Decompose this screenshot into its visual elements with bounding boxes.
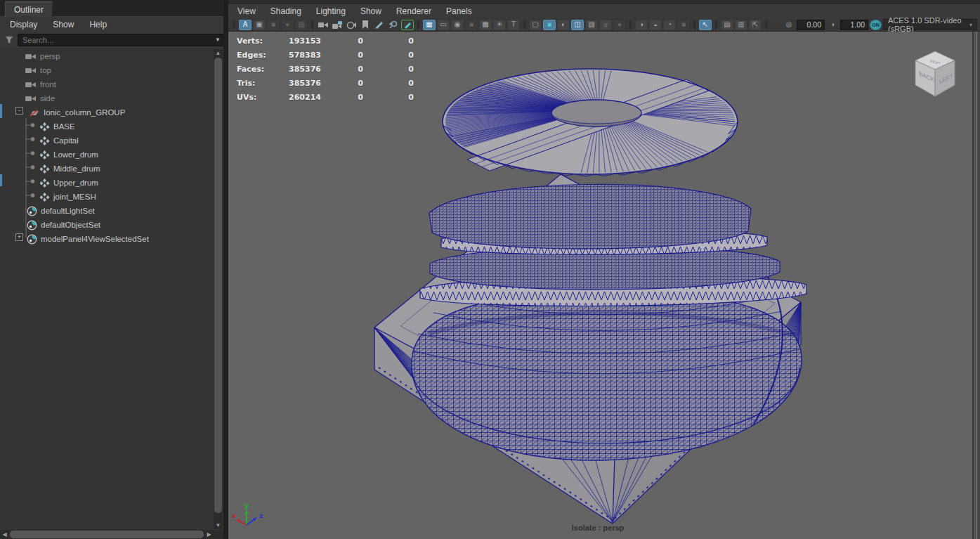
exposure-icon[interactable]: ◎: [783, 20, 795, 30]
tab-outliner[interactable]: Outliner: [5, 1, 53, 17]
expand-expander-icon[interactable]: +: [15, 233, 23, 241]
viewport-option-icon[interactable]: ●: [281, 20, 294, 30]
menu-panels[interactable]: Panels: [446, 6, 472, 16]
search-input[interactable]: [18, 34, 225, 46]
camera-attributes-icon[interactable]: [345, 20, 358, 30]
depth-of-field-icon[interactable]: ■: [677, 20, 690, 30]
wireframe-mode-icon[interactable]: ▢: [529, 20, 542, 30]
bookmark-icon[interactable]: [359, 20, 372, 30]
set-icon: [27, 220, 37, 230]
xray-icon[interactable]: ⇱: [749, 20, 762, 30]
menu-renderer[interactable]: Renderer: [396, 6, 431, 16]
hud-row: Faces:385376 00: [237, 62, 422, 76]
grid-toggle-icon[interactable]: ▦: [423, 20, 436, 30]
toolbar-separator: [765, 20, 767, 30]
scrollbar-thumb[interactable]: [214, 58, 222, 513]
viewport-option-icon[interactable]: ▨: [295, 20, 308, 30]
frame-selection-icon[interactable]: ▣: [253, 20, 266, 30]
gamma-field[interactable]: 1.00: [840, 20, 868, 30]
collapse-expander-icon[interactable]: -: [15, 107, 23, 115]
gamma-icon[interactable]: ◑: [826, 20, 839, 30]
viewport-toolbar: A ▣ ■ ● ▨ ▦ ▭ ◉ ■ ▩ ☀ T ▢ ■ ◐ ◫ ▨: [228, 18, 980, 32]
toolbar-separator: [311, 20, 313, 30]
2d-pan-zoom-icon[interactable]: [387, 20, 400, 30]
frame-all-icon[interactable]: ■: [267, 20, 280, 30]
resolution-gate-icon[interactable]: ◉: [451, 20, 464, 30]
scroll-right-icon[interactable]: ▶: [204, 531, 214, 538]
selection-highlighting-icon[interactable]: ↖: [699, 20, 712, 30]
outliner-item-base[interactable]: BASE: [0, 119, 223, 134]
menu-show[interactable]: Show: [53, 20, 74, 30]
outliner-item-middle-drum[interactable]: Middle_drum: [0, 162, 223, 176]
wireframe-on-shaded-icon[interactable]: ◐: [557, 20, 570, 30]
mesh-icon: [39, 150, 50, 160]
use-lights-icon[interactable]: ☼: [599, 20, 612, 30]
isolate-select-icon[interactable]: ▤: [721, 20, 733, 30]
grease-pencil-icon[interactable]: [401, 20, 414, 30]
image-plane-pencil-icon[interactable]: [373, 20, 386, 30]
hud-toggle-icon[interactable]: T: [507, 20, 520, 30]
camera-icon[interactable]: [317, 20, 329, 30]
screen-space-ao-icon[interactable]: ◑: [635, 20, 648, 30]
right-panel-edge[interactable]: [972, 32, 980, 539]
outliner-vertical-scrollbar[interactable]: ▲ ▼: [214, 49, 223, 529]
set-icon: [27, 206, 37, 216]
menu-lighting[interactable]: Lighting: [316, 6, 346, 16]
wireframe-model: [228, 32, 980, 539]
outliner-item-joint-mesh[interactable]: joint_MESH: [0, 190, 223, 204]
color-management-toggle[interactable]: ON: [870, 20, 882, 30]
isolate-selected-icon[interactable]: ▥: [735, 20, 747, 30]
scroll-up-icon[interactable]: ▲: [214, 50, 223, 56]
outliner-item-capital[interactable]: Capital: [0, 134, 223, 148]
isolate-status-label: Isolate : persp: [535, 524, 661, 532]
toolbar-separator: [523, 20, 525, 30]
smooth-wireframe-icon[interactable]: ◫: [571, 20, 584, 30]
selection-indicator-bar: [0, 174, 2, 186]
textured-mode-icon[interactable]: ▨: [585, 20, 598, 30]
mesh-icon: [39, 122, 50, 131]
shaded-mode-icon[interactable]: ■: [543, 20, 556, 30]
outliner-menubar: Display Show Help: [0, 17, 223, 32]
menu-view[interactable]: View: [237, 6, 256, 16]
outliner-horizontal-scrollbar[interactable]: ◀ ▶: [0, 530, 223, 539]
menu-display[interactable]: Display: [10, 20, 37, 30]
motion-blur-icon[interactable]: ◒: [649, 20, 662, 30]
outliner-item-default-object-set[interactable]: defaultObjectSet: [0, 218, 223, 232]
gate-mask-icon[interactable]: ■: [465, 20, 478, 30]
select-tool-icon[interactable]: A: [239, 20, 251, 30]
menu-shading[interactable]: Shading: [270, 6, 301, 16]
outliner-item-ionic-column-group[interactable]: - Ionic_column_GROUP: [0, 105, 223, 119]
viewport-panel: View Shading Lighting Show Renderer Pane…: [228, 0, 980, 539]
outliner-item-upper-drum[interactable]: Upper_drum: [0, 176, 223, 190]
outliner-item-side[interactable]: side: [0, 91, 223, 105]
scroll-left-icon[interactable]: ◀: [0, 531, 9, 538]
outliner-item-default-light-set[interactable]: defaultLightSet: [0, 204, 223, 218]
mesh-icon: [39, 178, 50, 188]
scrollbar-thumb[interactable]: [10, 531, 204, 538]
outliner-item-persp[interactable]: persp: [0, 49, 223, 63]
filter-icon[interactable]: [3, 34, 15, 46]
capital-top-disc: [443, 69, 738, 176]
film-gate-icon[interactable]: ▭: [437, 20, 450, 30]
anti-aliasing-icon[interactable]: ◔: [663, 20, 676, 30]
outliner-item-modelpanel4-view-selected-set[interactable]: + modelPanel4ViewSelectedSet: [0, 232, 223, 246]
outliner-item-top[interactable]: top: [0, 63, 223, 77]
field-chart-icon[interactable]: ▩: [479, 20, 492, 30]
image-plane-icon[interactable]: ☀: [493, 20, 506, 30]
menu-show[interactable]: Show: [360, 6, 381, 16]
viewport-canvas[interactable]: Verts:193153 00 Edges:578383 00 Faces:38…: [228, 32, 980, 539]
toolbar-separator: [417, 20, 419, 30]
outliner-item-front[interactable]: front: [0, 77, 223, 91]
view-cube[interactable]: TOP BACK LEFT: [908, 41, 962, 106]
outliner-item-lower-drum[interactable]: Lower_drum: [0, 148, 223, 162]
outliner-tree: persp top front side -: [0, 48, 223, 529]
menu-help[interactable]: Help: [89, 20, 107, 30]
shadows-icon[interactable]: ●: [613, 20, 626, 30]
lock-camera-icon[interactable]: [331, 20, 344, 30]
scroll-down-icon[interactable]: ▼: [214, 522, 223, 528]
exposure-field[interactable]: 0.00: [797, 20, 825, 30]
axis-y-label: y: [244, 502, 249, 509]
camera-icon: [25, 95, 37, 102]
colorspace-dropdown[interactable]: ACES 1.0 SDR-video (sRGB) ▾: [883, 19, 977, 30]
panel-divider[interactable]: [223, 0, 228, 539]
